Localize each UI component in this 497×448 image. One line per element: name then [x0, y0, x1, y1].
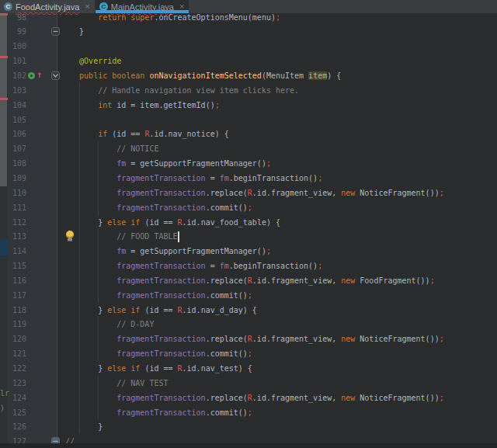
- token: NoticeFragment()): [360, 335, 439, 343]
- code-line[interactable]: 104int id = item.getItemId();: [8, 98, 497, 113]
- code-line[interactable]: 103// Handle navigation view item clicks…: [8, 83, 497, 98]
- code-text: // NAV TEST: [116, 376, 168, 391]
- token: }: [98, 422, 103, 431]
- text-caret: [178, 231, 179, 242]
- code-line[interactable]: 99}: [8, 24, 497, 39]
- code-text: // Handle navigation view item clicks he…: [98, 83, 299, 98]
- code-text: // NOTICE: [116, 141, 158, 156]
- token: =: [206, 174, 220, 182]
- code-line[interactable]: 110fragmentTransaction.replace(R.id.frag…: [8, 186, 497, 200]
- code-line[interactable]: 116fragmentTransaction.replace(R.id.frag…: [8, 273, 497, 288]
- token: ;: [440, 189, 444, 197]
- override-marker-icon[interactable]: ↑: [28, 71, 47, 81]
- line-number[interactable]: 122: [8, 361, 26, 376]
- line-number[interactable]: 123: [8, 376, 26, 391]
- token: NoticeFragment()): [360, 189, 439, 197]
- line-number[interactable]: 117: [8, 288, 26, 303]
- code-line[interactable]: 111fragmentTransaction.commit();: [8, 200, 497, 215]
- code-line[interactable]: 101@Override: [8, 54, 497, 68]
- code-line[interactable]: 120fragmentTransaction.replace(R.id.frag…: [8, 332, 497, 346]
- code-line[interactable]: 112} else if (id == R.id.nav_food_table)…: [8, 215, 497, 230]
- code-text: fm = getSupportFragmentManager();: [116, 156, 271, 171]
- left-panel-edge: lr): [0, 13, 8, 448]
- code-line[interactable]: 117fragmentTransaction.commit();: [8, 288, 497, 303]
- token: .commit(): [206, 349, 248, 358]
- line-number[interactable]: 113: [8, 229, 26, 244]
- tab-mainactivity[interactable]: C MainActivity.java ×: [96, 0, 189, 13]
- token: .replace(: [206, 394, 248, 402]
- token: if: [98, 130, 112, 138]
- line-number[interactable]: 111: [8, 200, 26, 215]
- line-number[interactable]: 100: [8, 39, 26, 54]
- line-number[interactable]: 118: [8, 303, 26, 318]
- token: }: [98, 218, 107, 227]
- line-number[interactable]: 125: [8, 405, 26, 420]
- code-line[interactable]: 119// D-DAY: [8, 317, 497, 332]
- token: .commit(): [206, 291, 248, 300]
- line-number[interactable]: 107: [8, 141, 26, 156]
- token: FoodFragment()): [360, 276, 429, 285]
- token: // NOTICE: [116, 144, 158, 153]
- code-line[interactable]: 123// NAV TEST: [8, 376, 497, 391]
- code-line[interactable]: 109fragmentTransaction = fm.beginTransac…: [8, 171, 497, 186]
- code-line[interactable]: 122} else if (id == R.id.nav_test) {: [8, 361, 497, 376]
- code-text: fragmentTransaction.replace(R.id.fragmen…: [116, 332, 443, 346]
- code-line[interactable]: 121fragmentTransaction.commit();: [8, 346, 497, 361]
- fold-end-icon[interactable]: [51, 27, 60, 36]
- code-line[interactable]: 125fragmentTransaction.commit();: [8, 405, 497, 420]
- line-number[interactable]: 114: [8, 244, 26, 259]
- line-number[interactable]: 99: [8, 24, 26, 39]
- token: ;: [266, 159, 271, 168]
- line-number[interactable]: 124: [8, 391, 26, 405]
- intention-bulb-icon[interactable]: [65, 231, 75, 241]
- line-number[interactable]: 103: [8, 83, 26, 98]
- code-line[interactable]: 114fm = getSupportFragmentManager();: [8, 244, 497, 259]
- code-line[interactable]: 102public boolean onNavigationItemSelect…: [8, 68, 497, 83]
- line-number[interactable]: 105: [8, 113, 26, 127]
- fold-collapse-icon[interactable]: [51, 71, 60, 80]
- code-line[interactable]: 115fragmentTransaction = fm.beginTransac…: [8, 259, 497, 273]
- code-line[interactable]: 113// FOOD TABLE: [8, 229, 497, 244]
- token: fragmentTransaction: [116, 408, 205, 417]
- line-number[interactable]: 116: [8, 273, 26, 288]
- line-number[interactable]: 101: [8, 54, 26, 68]
- code-text: } else if (id == R.id.nav_test) {: [98, 361, 252, 376]
- line-number[interactable]: 102: [8, 68, 26, 83]
- code-line[interactable]: 108fm = getSupportFragmentManager();: [8, 156, 497, 171]
- code-line[interactable]: 107// NOTICE: [8, 141, 497, 156]
- code-text: } else if (id == R.id.nav_food_table) {: [98, 215, 280, 230]
- code-line[interactable]: 105: [8, 113, 497, 127]
- token: ;: [266, 247, 271, 255]
- token: ;: [318, 174, 322, 182]
- token: ;: [440, 394, 444, 402]
- close-icon[interactable]: ×: [85, 2, 89, 11]
- line-number[interactable]: 121: [8, 346, 26, 361]
- indent-guide: [98, 376, 99, 420]
- code-text: fragmentTransaction = fm.beginTransactio…: [116, 171, 322, 186]
- line-number[interactable]: 112: [8, 215, 26, 230]
- code-line[interactable]: 100: [8, 39, 497, 54]
- code-line[interactable]: 106if (id == R.id.nav_notice) {: [8, 127, 497, 141]
- line-number[interactable]: 110: [8, 186, 26, 200]
- tab-foodactivity[interactable]: C FoodActivity.java ×: [0, 0, 96, 13]
- token: ;: [318, 262, 322, 270]
- code-text: }: [98, 419, 103, 434]
- code-line[interactable]: 126}: [8, 419, 497, 434]
- line-number[interactable]: 126: [8, 419, 26, 434]
- token: fragmentTransaction: [116, 189, 205, 197]
- left-scrollbar-thumb[interactable]: [0, 14, 7, 186]
- code-line[interactable]: 124fragmentTransaction.replace(R.id.frag…: [8, 391, 497, 405]
- line-number[interactable]: 108: [8, 156, 26, 171]
- line-number[interactable]: 115: [8, 259, 26, 273]
- line-number[interactable]: 106: [8, 127, 26, 141]
- token: public boolean: [79, 71, 149, 80]
- line-number[interactable]: 119: [8, 317, 26, 332]
- line-number[interactable]: 104: [8, 98, 26, 113]
- token: }: [98, 306, 107, 314]
- code-editor[interactable]: 98return super.onCreateOptionsMenu(menu)…: [0, 0, 497, 448]
- code-line[interactable]: 118} else if (id == R.id.nav_d_day) {: [8, 303, 497, 318]
- line-number[interactable]: 109: [8, 171, 26, 186]
- token: // D-DAY: [116, 320, 154, 328]
- token: id = item.getItemId(): [116, 101, 214, 109]
- line-number[interactable]: 120: [8, 332, 26, 346]
